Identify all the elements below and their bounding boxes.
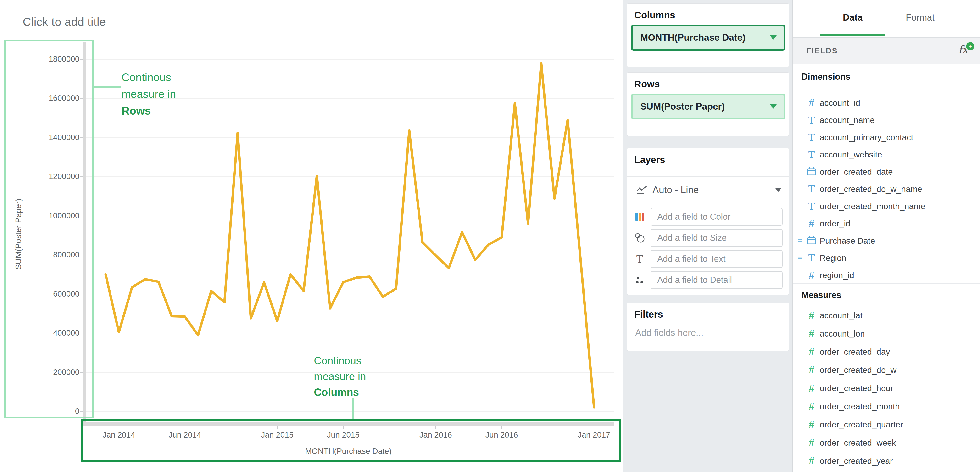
number-icon: #: [806, 269, 817, 281]
text-type-icon: T: [806, 115, 817, 126]
field-label: account_id: [820, 98, 860, 108]
text-icon: T: [634, 253, 646, 265]
columns-pill[interactable]: MONTH(Purchase Date): [631, 25, 786, 51]
chevron-down-icon[interactable]: [775, 188, 782, 192]
field-item-account-primary-contact[interactable]: Taccount_primary_contact: [793, 129, 980, 146]
field-item-account-name[interactable]: Taccount_name: [793, 112, 980, 129]
active-tab-indicator: [820, 34, 885, 36]
field-item-order-created-day[interactable]: #order_created_day: [793, 343, 980, 361]
field-item-order-created-month-name[interactable]: Torder_created_month_name: [793, 198, 980, 215]
field-label: account_name: [820, 115, 875, 125]
dimensions-list: #account_idTaccount_nameTaccount_primary…: [793, 94, 980, 284]
filters-shelf: Filters Add fields here...: [627, 303, 789, 351]
text-type-icon: T: [806, 252, 817, 263]
field-item-order-created-year[interactable]: #order_created_year: [793, 452, 980, 470]
chevron-down-icon[interactable]: [770, 35, 776, 40]
number-icon: #: [806, 383, 817, 394]
field-item-order-created-week[interactable]: #order_created_week: [793, 434, 980, 452]
layer-target-detail: Add a field to Detail: [627, 271, 789, 289]
field-item-order-created-date[interactable]: order_created_date: [793, 163, 980, 180]
annotation-text: Continous: [121, 69, 176, 86]
layer-target-size: Add a field to Size: [627, 229, 789, 247]
rows-annotation: Continous measure in Rows: [121, 69, 176, 119]
field-item-account-lon[interactable]: #account_lon: [793, 325, 980, 343]
color-dropzone[interactable]: Add a field to Color: [651, 208, 783, 226]
field-item-account-id[interactable]: #account_id: [793, 94, 980, 112]
rows-annotation-connector: [94, 86, 121, 88]
detail-icon: [634, 276, 646, 284]
field-label: order_id: [820, 219, 850, 228]
detail-dropzone[interactable]: Add a field to Detail: [651, 271, 783, 289]
columns-pill-label: MONTH(Purchase Date): [640, 32, 746, 43]
field-item-order-created-quarter[interactable]: #order_created_quarter: [793, 416, 980, 434]
field-label: account_primary_contact: [820, 132, 913, 142]
fields-header-bar: FIELDS fx+: [793, 37, 980, 64]
calendar-icon: [806, 167, 817, 177]
list-divider: [793, 284, 980, 284]
text-type-icon: T: [806, 183, 817, 195]
number-icon: #: [806, 419, 817, 431]
plus-icon: +: [966, 42, 974, 50]
filters-dropzone[interactable]: Add fields here...: [635, 328, 703, 338]
dropzone-placeholder: Add a field to Text: [657, 254, 725, 264]
field-item-order-created-hour[interactable]: #order_created_hour: [793, 379, 980, 397]
fields-header: FIELDS: [806, 46, 838, 55]
data-panel: Data Format FIELDS fx+ Dimensions #accou…: [792, 0, 980, 472]
visualization-builder: Click to add title 020000040000060000080…: [0, 0, 980, 472]
field-item-region-id[interactable]: #region_id: [793, 266, 980, 284]
field-label: account_lat: [820, 311, 862, 320]
field-item-region[interactable]: =TRegion: [793, 249, 980, 266]
field-item-order-id[interactable]: #order_id: [793, 215, 980, 232]
text-dropzone[interactable]: Add a field to Text: [651, 250, 783, 268]
text-type-icon: T: [806, 201, 817, 212]
field-label: order_created_hour: [820, 383, 893, 393]
rows-pill[interactable]: SUM(Poster Paper): [631, 94, 786, 120]
field-item-purchase-date[interactable]: =Purchase Date: [793, 232, 980, 249]
annotation-text: measure in: [314, 368, 366, 384]
text-type-icon: T: [806, 132, 817, 143]
number-icon: #: [806, 437, 817, 448]
columns-annotation-connector: [352, 398, 354, 419]
text-type-icon: T: [806, 149, 817, 160]
field-label: region_id: [820, 271, 854, 280]
chart-canvas: Click to add title 020000040000060000080…: [0, 0, 622, 472]
field-item-order-created-do-w-name[interactable]: Torder_created_do_w_name: [793, 180, 980, 198]
number-icon: #: [806, 218, 817, 229]
rows-annotation-box: [4, 40, 94, 418]
field-item-account-lat[interactable]: #account_lat: [793, 306, 980, 325]
number-icon: #: [806, 346, 817, 357]
field-item-order-created-month[interactable]: #order_created_month: [793, 397, 980, 416]
columns-shelf: Columns MONTH(Purchase Date): [627, 3, 789, 67]
field-label: order_created_week: [820, 438, 896, 448]
calculated-field-equals: =: [798, 237, 806, 245]
field-item-account-website[interactable]: Taccount_website: [793, 146, 980, 163]
number-icon: #: [806, 364, 817, 376]
annotation-text: Continous: [314, 353, 366, 368]
tab-data[interactable]: Data: [843, 13, 862, 23]
size-dropzone[interactable]: Add a field to Size: [651, 229, 783, 247]
layers-shelf: Layers Auto - Line Add a field to ColorA…: [627, 148, 789, 295]
layer-target-text: TAdd a field to Text: [627, 250, 789, 268]
number-icon: #: [806, 328, 817, 340]
dropzone-placeholder: Add a field to Color: [657, 212, 730, 222]
number-icon: #: [806, 97, 817, 108]
annotation-text-bold: Rows: [121, 102, 176, 119]
number-icon: #: [806, 401, 817, 412]
tab-format[interactable]: Format: [906, 13, 935, 23]
field-label: order_created_do_w_name: [820, 184, 922, 194]
chevron-down-icon[interactable]: [770, 104, 776, 108]
field-label: order_created_month_name: [820, 201, 926, 211]
measures-header: Measures: [802, 290, 841, 300]
annotation-text: measure in: [121, 86, 176, 102]
field-item-order-created-do-w[interactable]: #order_created_do_w: [793, 361, 980, 379]
field-label: order_created_day: [820, 347, 890, 357]
mark-type-selector[interactable]: Auto - Line: [627, 176, 789, 203]
measures-list: #account_lat#account_lon#order_created_d…: [793, 306, 980, 470]
annotation-text-bold: Columns: [314, 384, 366, 400]
field-label: order_created_date: [820, 167, 893, 177]
columns-annotation-box: [81, 419, 621, 462]
add-calculated-field-icon[interactable]: fx+: [958, 43, 968, 56]
shelf-panel: Columns MONTH(Purchase Date) Rows SUM(Po…: [622, 0, 792, 472]
columns-shelf-label: Columns: [634, 10, 675, 21]
dropzone-placeholder: Add a field to Detail: [657, 275, 732, 285]
